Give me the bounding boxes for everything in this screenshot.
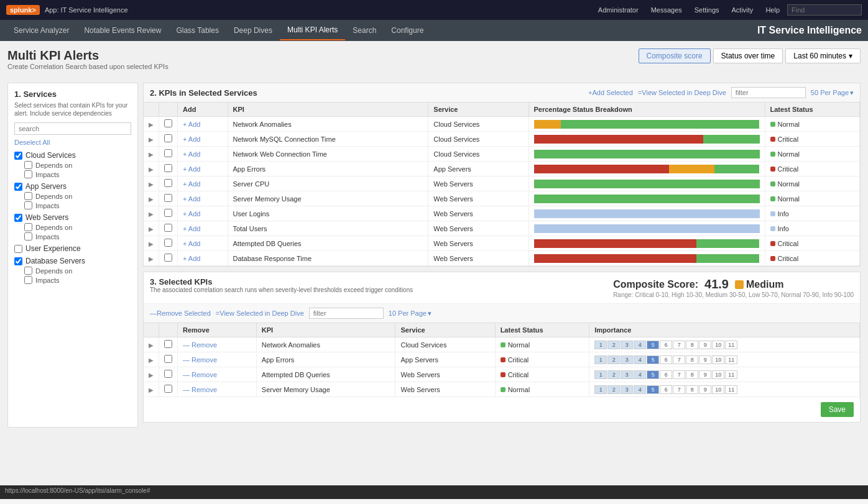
importance-scale-item[interactable]: 10 [712,355,724,364]
importance-scale-item[interactable]: 11 [725,370,737,379]
nav-messages[interactable]: Messages [646,4,687,16]
expand-icon[interactable]: ▶ [149,226,154,232]
importance-scale-item[interactable]: 6 [660,385,672,394]
nav-service-analyzer[interactable]: Service Analyzer [6,21,76,40]
impacts-checkbox-web[interactable] [24,232,32,241]
add-link[interactable]: + Add [183,240,200,247]
save-button[interactable]: Save [821,402,854,417]
importance-scale-item[interactable]: 1 [594,370,607,379]
nav-search[interactable]: Search [345,21,384,40]
nav-glass-tables[interactable]: Glass Tables [169,21,226,40]
importance-scale-item[interactable]: 1 [594,385,607,394]
expand-icon[interactable]: ▶ [149,372,154,378]
importance-scale-item[interactable]: 3 [621,370,633,379]
add-link[interactable]: + Add [183,255,200,262]
expand-icon[interactable]: ▶ [149,211,154,218]
row-checkbox[interactable] [164,254,172,262]
row-checkbox[interactable] [164,209,172,217]
section2-filter[interactable] [731,87,806,98]
add-link[interactable]: + Add [183,165,200,173]
importance-scale-item[interactable]: 5 [647,385,659,394]
impacts-checkbox-db[interactable] [24,276,32,284]
importance-scale-item[interactable]: 3 [621,385,633,394]
per-page-select-3[interactable]: 10 Per Page ▾ [389,309,432,318]
expand-icon[interactable]: ▶ [149,136,154,143]
importance-scale-item[interactable]: 9 [699,341,711,349]
add-link[interactable]: + Add [183,135,200,143]
expand-icon[interactable]: ▶ [149,196,154,203]
status-over-time-btn[interactable]: Status over time [713,48,783,63]
importance-scale-item[interactable]: 11 [725,385,737,394]
remove-link[interactable]: — Remove [183,356,217,364]
expand-icon[interactable]: ▶ [149,241,154,247]
service-checkbox-app[interactable] [14,183,22,191]
depends-checkbox-app[interactable] [24,192,32,200]
row-checkbox[interactable] [164,224,172,232]
add-link[interactable]: + Add [183,225,200,232]
importance-scale-item[interactable]: 4 [634,370,646,379]
expand-icon[interactable]: ▶ [149,357,154,364]
view-selected-link[interactable]: =View Selected in Deep Dive [638,89,726,96]
importance-scale-item[interactable]: 9 [699,385,711,394]
remove-link[interactable]: — Remove [183,371,217,378]
importance-scale-item[interactable]: 1 [594,341,607,349]
expand-icon[interactable]: ▶ [149,387,154,393]
nav-settings[interactable]: Settings [690,4,724,16]
importance-scale-item[interactable]: 5 [647,341,659,349]
importance-scale-item[interactable]: 9 [699,370,711,379]
importance-scale-item[interactable]: 7 [673,385,685,394]
row-checkbox[interactable] [164,164,172,172]
importance-scale-item[interactable]: 4 [634,341,646,349]
importance-scale-item[interactable]: 6 [660,341,672,349]
importance-scale-item[interactable]: 7 [673,341,685,349]
importance-scale-item[interactable]: 2 [607,385,620,394]
nav-notable-events[interactable]: Notable Events Review [76,21,169,40]
importance-scale-item[interactable]: 8 [686,341,698,349]
nav-help[interactable]: Help [760,4,785,16]
per-page-select-2[interactable]: 50 Per Page ▾ [811,89,854,97]
nav-configure[interactable]: Configure [384,21,431,40]
importance-scale-item[interactable]: 7 [673,355,685,364]
row-checkbox[interactable] [164,119,172,127]
importance-scale-item[interactable]: 8 [686,355,698,364]
importance-scale-item[interactable]: 6 [660,355,672,364]
composite-score-btn[interactable]: Composite score [639,48,711,63]
impacts-checkbox-cloud[interactable] [24,170,32,178]
importance-scale-item[interactable]: 8 [686,385,698,394]
section3-filter[interactable] [309,308,384,319]
importance-scale-item[interactable]: 2 [607,341,620,349]
add-selected-link[interactable]: +Add Selected [588,89,633,96]
sidebar-search[interactable] [14,122,131,135]
remove-link[interactable]: — Remove [183,341,217,349]
importance-scale-item[interactable]: 2 [607,355,620,364]
importance-scale-item[interactable]: 4 [634,385,646,394]
add-link[interactable]: + Add [183,180,200,188]
importance-scale-item[interactable]: 4 [634,355,646,364]
importance-scale-item[interactable]: 3 [621,341,633,349]
row-checkbox[interactable] [164,340,172,348]
impacts-checkbox-app[interactable] [24,201,32,209]
add-link[interactable]: + Add [183,150,200,158]
importance-scale-item[interactable]: 3 [621,355,633,364]
expand-icon[interactable]: ▶ [149,151,154,158]
row-checkbox[interactable] [164,194,172,202]
nav-deep-dives[interactable]: Deep Dives [226,21,280,40]
add-link[interactable]: + Add [183,195,200,203]
service-checkbox-ux[interactable] [14,245,22,253]
row-checkbox[interactable] [164,370,172,378]
deselect-all[interactable]: Deselect All [14,139,131,146]
service-checkbox-db[interactable] [14,257,22,265]
expand-icon[interactable]: ▶ [149,181,154,188]
expand-icon[interactable]: ▶ [149,121,154,128]
row-checkbox[interactable] [164,385,172,393]
importance-scale-item[interactable]: 9 [699,355,711,364]
row-checkbox[interactable] [164,149,172,157]
importance-scale-item[interactable]: 1 [594,355,607,364]
expand-icon[interactable]: ▶ [149,342,154,349]
importance-scale-item[interactable]: 6 [660,370,672,379]
nav-administrator[interactable]: Administrator [593,4,644,16]
row-checkbox[interactable] [164,239,172,247]
nav-activity[interactable]: Activity [727,4,759,16]
find-input[interactable] [787,4,862,16]
row-checkbox[interactable] [164,179,172,187]
